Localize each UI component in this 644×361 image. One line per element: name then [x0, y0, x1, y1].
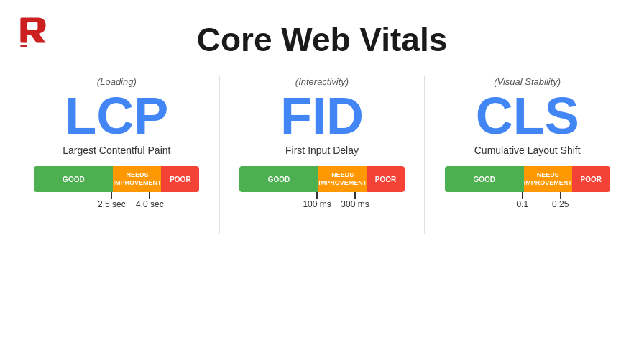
lcp-bar: GOOD NEEDSIMPROVEMENT POOR — [34, 166, 199, 192]
page-title: Core Web Vitals — [0, 13, 644, 59]
lcp-ticks: 2.5 sec 4.0 sec — [34, 192, 199, 204]
fid-scale: GOOD NEEDSIMPROVEMENT POOR 100 ms 300 ms — [239, 166, 405, 204]
cls-scale: GOOD NEEDSIMPROVEMENT POOR 0.1 0.25 — [445, 166, 610, 204]
cls-fullname: Cumulative Layout Shift — [474, 145, 581, 156]
lcp-tick2-label: 4.0 sec — [136, 199, 164, 209]
fid-bar-needs: NEEDSIMPROVEMENT — [318, 166, 367, 192]
logo — [16, 13, 50, 47]
svg-rect-2 — [20, 45, 27, 47]
lcp-bar-needs: NEEDSIMPROVEMENT — [113, 166, 161, 192]
fid-tick2 — [354, 192, 356, 199]
fid-tick1-label: 100 ms — [303, 199, 331, 209]
fid-bar-poor: POOR — [367, 166, 405, 192]
fid-acronym: FID — [280, 90, 364, 142]
fid-category: (Interactivity) — [295, 76, 349, 87]
lcp-acronym: LCP — [65, 90, 168, 142]
metric-lcp: (Loading) LCP Largest Contentful Paint G… — [22, 76, 212, 204]
lcp-bar-poor: POOR — [161, 166, 199, 192]
cls-tick2 — [560, 192, 561, 199]
cls-bar-poor: POOR — [572, 166, 610, 192]
divider-1 — [219, 76, 220, 234]
cls-tick2-label: 0.25 — [552, 199, 569, 209]
divider-2 — [424, 76, 425, 234]
lcp-tick2 — [149, 192, 150, 199]
metric-cls: (Visual Stability) CLS Cumulative Layout… — [432, 76, 622, 204]
lcp-scale: GOOD NEEDSIMPROVEMENT POOR 2.5 sec 4.0 s… — [34, 166, 199, 204]
cls-acronym: CLS — [476, 90, 579, 142]
svg-rect-0 — [20, 17, 27, 42]
lcp-tick1-label: 2.5 sec — [98, 199, 126, 209]
lcp-tick1 — [111, 192, 112, 199]
fid-tick1 — [316, 192, 318, 199]
cls-bar-needs: NEEDSIMPROVEMENT — [524, 166, 572, 192]
cls-category: (Visual Stability) — [494, 76, 561, 87]
cls-ticks: 0.1 0.25 — [445, 192, 610, 204]
cls-bar: GOOD NEEDSIMPROVEMENT POOR — [445, 166, 610, 192]
cls-tick1 — [522, 192, 523, 199]
lcp-category: (Loading) — [97, 76, 137, 87]
lcp-bar-good: GOOD — [34, 166, 113, 192]
fid-bar: GOOD NEEDSIMPROVEMENT POOR — [239, 166, 405, 192]
metric-fid: (Interactivity) FID First Input Delay GO… — [227, 76, 418, 204]
svg-rect-1 — [27, 22, 37, 30]
fid-fullname: First Input Delay — [285, 145, 359, 156]
fid-bar-good: GOOD — [239, 166, 318, 192]
metrics-container: (Loading) LCP Largest Contentful Paint G… — [0, 76, 644, 234]
fid-tick2-label: 300 ms — [341, 199, 369, 209]
lcp-fullname: Largest Contentful Paint — [63, 145, 170, 156]
cls-bar-good: GOOD — [445, 166, 524, 192]
fid-ticks: 100 ms 300 ms — [239, 192, 405, 204]
cls-tick1-label: 0.1 — [516, 199, 528, 209]
